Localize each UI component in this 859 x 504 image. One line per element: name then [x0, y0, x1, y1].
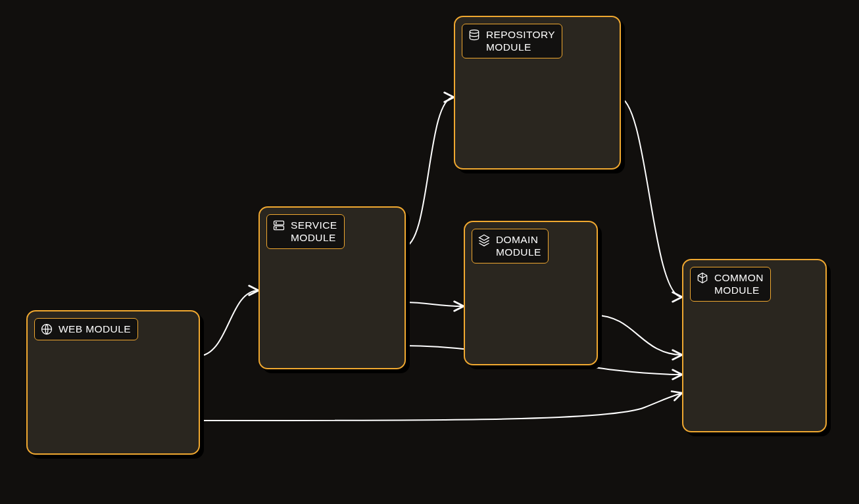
link-web-common	[197, 393, 682, 421]
svg-point-3	[276, 223, 276, 223]
node-domain-label: DOMAIN MODULE	[496, 233, 541, 259]
cube-icon	[696, 271, 709, 285]
node-repository-title: REPOSITORY MODULE	[462, 24, 562, 58]
node-service-title: SERVICE MODULE	[266, 214, 345, 249]
svg-point-4	[276, 227, 276, 228]
node-web-title: WEB MODULE	[34, 318, 138, 340]
node-web-label: WEB MODULE	[59, 323, 131, 335]
link-domain-common	[595, 315, 682, 355]
diagram-canvas: WEB MODULE SERVICE MODULE REPOSITORY MOD…	[0, 0, 859, 504]
link-service-domain	[403, 302, 464, 306]
globe-icon	[40, 323, 53, 336]
node-repository: REPOSITORY MODULE	[454, 16, 621, 170]
node-common: COMMON MODULE	[682, 259, 827, 432]
link-web-service	[197, 290, 258, 356]
node-service-label: SERVICE MODULE	[291, 219, 337, 244]
node-web: WEB MODULE	[26, 310, 200, 455]
svg-point-5	[470, 30, 478, 34]
database-icon	[468, 28, 481, 41]
link-service-repository	[403, 97, 454, 247]
server-icon	[272, 219, 285, 232]
node-repository-label: REPOSITORY MODULE	[486, 28, 555, 54]
node-common-title: COMMON MODULE	[690, 267, 771, 302]
node-domain-title: DOMAIN MODULE	[472, 229, 549, 263]
link-repository-common	[618, 97, 682, 297]
node-common-label: COMMON MODULE	[714, 271, 764, 297]
node-domain: DOMAIN MODULE	[464, 221, 598, 365]
node-service: SERVICE MODULE	[258, 206, 406, 369]
layers-icon	[478, 233, 491, 246]
